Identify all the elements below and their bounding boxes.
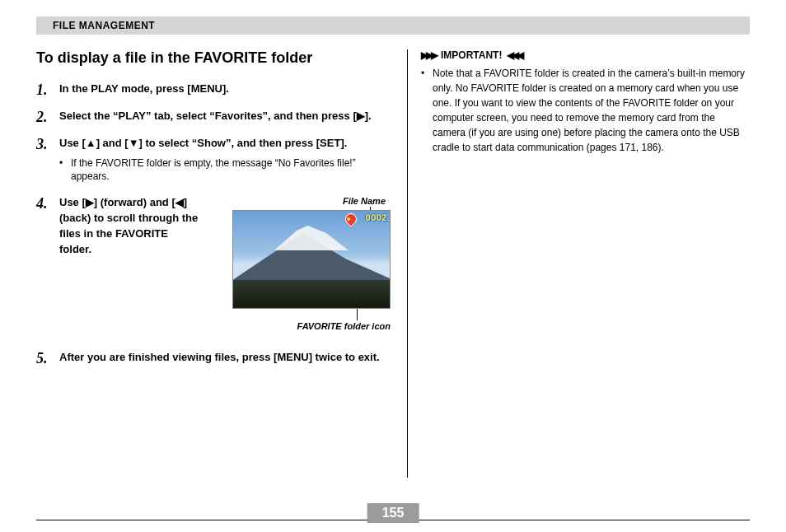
step-3-note: If the FAVORITE folder is empty, the mes… — [59, 156, 391, 184]
page-title: To display a file in the FAVORITE folder — [36, 49, 391, 67]
step-3: Use [▲] and [▼] to select “Show”, and th… — [36, 136, 391, 184]
page-footer: 155 — [36, 520, 750, 520]
step-5-text: After you are finished viewing files, pr… — [59, 351, 380, 363]
right-column: ▶▶▶ IMPORTANT! ◀◀◀ Note that a FAVORITE … — [421, 49, 750, 478]
step-list: In the PLAY mode, press [MENU]. Select t… — [36, 82, 391, 366]
left-column: To display a file in the FAVORITE folder… — [36, 49, 399, 478]
column-divider — [407, 49, 408, 478]
arrows-right-icon: ▶▶▶ — [421, 49, 436, 61]
favorite-preview-image: 0002 — [232, 210, 391, 309]
step-2-text: Select the “PLAY” tab, select “Favorites… — [59, 110, 372, 122]
step-4-figure: File Name 0002 FAVORITE f — [199, 195, 391, 334]
step-5: After you are finished viewing files, pr… — [36, 350, 391, 366]
file-name-label: File Name — [199, 195, 391, 208]
folder-icon-label: FAVORITE folder icon — [199, 320, 391, 334]
important-label: IMPORTANT! — [441, 49, 502, 61]
step-3-text: Use [▲] and [▼] to select “Show”, and th… — [59, 137, 347, 149]
step-2: Select the “PLAY” tab, select “Favorites… — [36, 109, 391, 124]
arrows-left-icon: ◀◀◀ — [507, 49, 522, 61]
step-1-text: In the PLAY mode, press [MENU]. — [59, 82, 229, 95]
step-4: Use [▶] (forward) and [◀] (back) to scro… — [36, 195, 391, 334]
section-header: FILE MANAGEMENT — [36, 16, 750, 35]
step-4-text: Use [▶] (forward) and [◀] (back) to scro… — [59, 195, 199, 257]
callout-line-bottom — [357, 309, 358, 320]
important-note: Note that a FAVORITE folder is created i… — [421, 66, 750, 155]
important-heading: ▶▶▶ IMPORTANT! ◀◀◀ — [421, 49, 750, 61]
page-number: 155 — [367, 503, 419, 523]
step-1: In the PLAY mode, press [MENU]. — [36, 82, 391, 97]
file-number: 0002 — [366, 212, 387, 225]
